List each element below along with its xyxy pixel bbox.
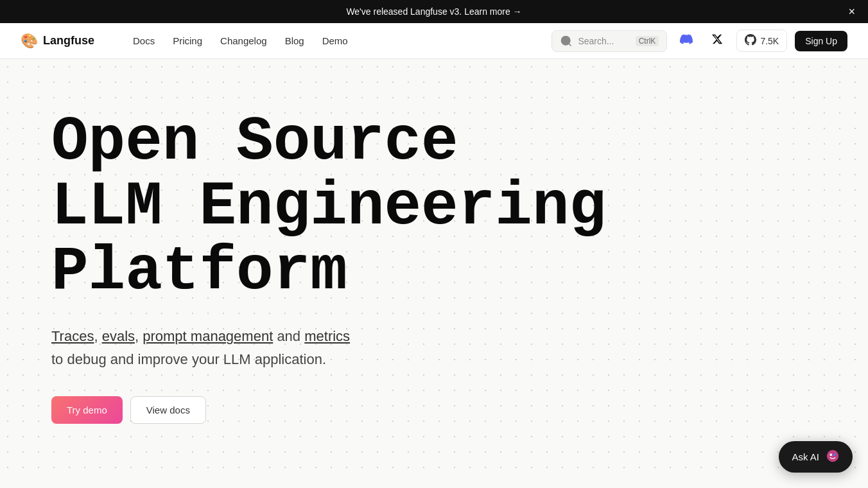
search-shortcut: CtrlK <box>636 36 659 46</box>
logo-link[interactable]: 🎨 Langfuse <box>21 33 94 49</box>
search-box[interactable]: Search... CtrlK <box>551 30 667 52</box>
ask-ai-icon <box>826 449 840 465</box>
subtitle-and: and <box>277 328 304 344</box>
search-placeholder: Search... <box>578 36 614 46</box>
x-icon <box>711 33 723 48</box>
traces-link[interactable]: Traces <box>51 328 94 344</box>
github-stars: 7.5K <box>760 36 779 46</box>
nav-link-blog[interactable]: Blog <box>277 31 312 50</box>
github-button[interactable]: 7.5K <box>736 30 787 52</box>
svg-point-0 <box>562 36 570 44</box>
discord-icon <box>680 33 693 49</box>
search-icon <box>560 35 573 48</box>
signup-button[interactable]: Sign Up <box>795 31 847 51</box>
svg-point-4 <box>833 453 836 456</box>
nav-links: Docs Pricing Changelog Blog Demo <box>125 31 356 50</box>
nav-link-docs[interactable]: Docs <box>125 31 162 50</box>
prompt-management-link[interactable]: prompt management <box>143 328 273 344</box>
evals-link[interactable]: evals <box>102 328 135 344</box>
metrics-link[interactable]: metrics <box>304 328 350 344</box>
navbar: 🎨 Langfuse Docs Pricing Changelog Blog D… <box>0 23 868 59</box>
ask-ai-label: Ask AI <box>792 451 819 462</box>
logo-text: Langfuse <box>43 34 94 48</box>
subtitle-end: to debug and improve your LLM applicatio… <box>51 351 326 367</box>
nav-right: Search... CtrlK <box>551 30 847 53</box>
try-demo-button[interactable]: Try demo <box>51 396 123 424</box>
svg-point-2 <box>827 450 838 462</box>
view-docs-button[interactable]: View docs <box>130 396 206 424</box>
svg-point-3 <box>829 453 832 456</box>
ask-ai-widget[interactable]: Ask AI <box>779 441 853 473</box>
announcement-banner: We've released Langfuse v3. Learn more →… <box>0 0 868 23</box>
twitter-button[interactable] <box>706 30 729 53</box>
nav-link-pricing[interactable]: Pricing <box>165 31 210 50</box>
github-icon <box>745 34 756 48</box>
hero-title: Open SourceLLM EngineeringPlatform <box>51 110 661 304</box>
hero-buttons: Try demo View docs <box>51 396 817 424</box>
banner-arrow: → <box>513 6 522 17</box>
banner-close-button[interactable]: × <box>848 6 855 17</box>
nav-left: 🎨 Langfuse Docs Pricing Changelog Blog D… <box>21 31 356 50</box>
logo-icon: 🎨 <box>21 33 38 49</box>
nav-link-demo[interactable]: Demo <box>315 31 356 50</box>
hero-section: Open SourceLLM EngineeringPlatform Trace… <box>0 59 868 476</box>
nav-link-changelog[interactable]: Changelog <box>213 31 275 50</box>
svg-line-1 <box>569 43 571 46</box>
hero-subtitle: Traces, evals, prompt management and met… <box>51 325 501 370</box>
discord-button[interactable] <box>675 30 698 53</box>
banner-text: We've released Langfuse v3. Learn more → <box>346 6 521 17</box>
